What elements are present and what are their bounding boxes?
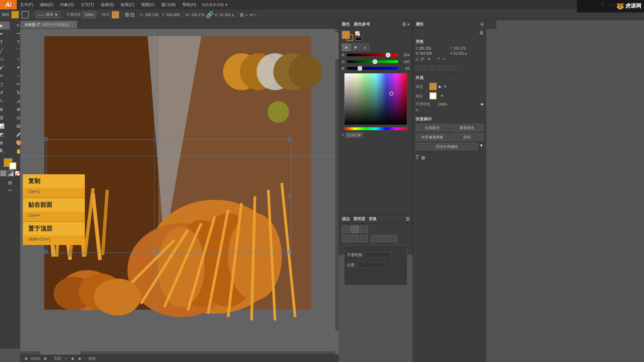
panel-close-btn[interactable]: × xyxy=(407,22,410,27)
arc-tool[interactable]: ⌒ xyxy=(10,47,27,55)
b-slider-thumb[interactable] xyxy=(358,66,362,71)
blend-tool[interactable]: ⊗ xyxy=(0,139,10,147)
fill-arrow[interactable]: ▶ xyxy=(439,84,441,89)
trans-panel-menu[interactable]: ☰ xyxy=(406,217,410,222)
black-swatch[interactable] xyxy=(355,37,362,41)
position-bar[interactable] xyxy=(358,262,384,267)
color-btn[interactable] xyxy=(0,170,6,176)
align-bottom-icon[interactable]: ⬛ xyxy=(451,65,457,71)
align-center-h-icon[interactable]: ⬛ xyxy=(423,65,428,71)
text-tool[interactable]: T xyxy=(0,38,10,46)
hue-slider[interactable] xyxy=(344,127,407,130)
transform-btn[interactable]: ⊞ xyxy=(125,11,129,18)
pen-tool[interactable]: ✒ xyxy=(0,30,10,38)
x-value[interactable]: 285.239 xyxy=(145,13,159,17)
zoom-in-btn[interactable]: ▶ xyxy=(43,356,48,361)
join-btn1[interactable] xyxy=(371,235,379,242)
tab-close-btn[interactable]: × xyxy=(71,23,73,26)
gradient-tool[interactable]: ◩ xyxy=(0,130,10,138)
cap-btn3[interactable] xyxy=(360,235,368,242)
touch-text-tool[interactable]: T xyxy=(10,38,27,46)
free-transform-tool[interactable]: ⊞ xyxy=(0,114,10,122)
shear-value[interactable]: × xyxy=(442,57,444,61)
r-slider-track[interactable] xyxy=(347,54,398,56)
align-vert-btn[interactable]: ↔ xyxy=(245,12,249,17)
direct-select-tool[interactable]: ↖ xyxy=(10,21,27,29)
settings-icon[interactable]: ⚙ xyxy=(479,30,484,36)
fill-expand[interactable]: ▼ xyxy=(443,84,447,88)
zoom-tool[interactable]: 🔍 xyxy=(0,147,10,155)
align-center-v-icon[interactable]: ⬛ xyxy=(444,65,449,71)
scrollbar-thumb-h[interactable] xyxy=(40,351,80,355)
scissors-tool[interactable]: ✂ xyxy=(10,80,27,88)
align-btn[interactable]: ⊟ xyxy=(130,11,135,18)
menu-text[interactable]: 文字(T) xyxy=(77,0,97,9)
menu-help[interactable]: 帮助(H) xyxy=(179,0,200,9)
angle-dropdown[interactable]: ▼ xyxy=(427,57,431,61)
page-next-btn[interactable]: ▶ xyxy=(77,356,83,361)
artboard-btn[interactable]: ⊞ xyxy=(2,179,18,187)
stroke-style-dropdown[interactable]: —— 基本 ▼ xyxy=(35,11,60,18)
eyedropper-tool[interactable]: 💉 xyxy=(10,130,27,138)
scrollbar-h[interactable] xyxy=(20,351,335,355)
context-menu-item-bring-front[interactable]: 置于顶层 Shift+Ctrl+] xyxy=(23,222,85,245)
panel-menu-btn[interactable]: ☰ xyxy=(402,22,406,27)
align-pixel-btn[interactable]: 对齐像素网格 xyxy=(416,133,449,141)
align-right-icon[interactable]: ⬛ xyxy=(430,65,435,71)
stroke-expand-prop[interactable]: ▼ xyxy=(440,94,444,98)
none-btn[interactable] xyxy=(15,171,20,176)
page-prev-btn[interactable]: ◀ xyxy=(69,356,75,361)
linear-grad-btn[interactable]: ◩ xyxy=(351,44,360,51)
live-paint-tool[interactable]: 🎨 xyxy=(10,139,27,147)
stroke-color-prop[interactable] xyxy=(429,92,437,100)
curvature-tool[interactable]: 〜 xyxy=(10,30,27,38)
context-menu-item-paste-front[interactable]: 贴在前面 Ctrl+F xyxy=(23,198,85,221)
menu-object[interactable]: 对象(O) xyxy=(57,0,77,9)
stroke-align-btn3[interactable] xyxy=(360,226,368,233)
join-btn3[interactable] xyxy=(389,235,397,242)
scrollbar-v[interactable] xyxy=(335,29,339,330)
menu-edit[interactable]: 编辑(E) xyxy=(37,0,57,9)
full-edit-btn[interactable]: 启动全局编辑 xyxy=(416,143,478,150)
menu-view[interactable]: 视图(V) xyxy=(138,0,158,9)
arrange-btn[interactable]: 排列 xyxy=(450,133,484,141)
text-touch-icon[interactable]: T xyxy=(416,155,419,161)
g-slider-thumb[interactable] xyxy=(373,59,377,64)
rotate-tool[interactable]: ↺ xyxy=(0,88,10,97)
menu-window[interactable]: 窗口(W) xyxy=(158,0,179,9)
style-swatch[interactable] xyxy=(112,11,119,18)
fill-color-prop[interactable] xyxy=(429,83,437,90)
r-slider-thumb[interactable] xyxy=(386,53,390,57)
align-horiz-btn[interactable]: ⊞ xyxy=(240,12,244,17)
stroke-align-btn1[interactable] xyxy=(342,226,350,233)
hand-tool[interactable]: ✋ xyxy=(10,147,27,155)
select-tool[interactable]: ▶ xyxy=(0,21,10,29)
align-left-icon[interactable]: ⬛ xyxy=(416,65,421,71)
column-graph-tool[interactable]: 📊 xyxy=(0,122,10,130)
hex-value[interactable]: CC8C3F xyxy=(345,132,363,138)
link-icon[interactable]: 🔗 xyxy=(206,11,213,18)
y-value[interactable]: 333.826 xyxy=(166,13,180,17)
brush-tool[interactable]: 🖌 xyxy=(0,63,10,71)
align-top-icon[interactable]: ⬛ xyxy=(437,65,442,71)
none-color-btn[interactable] xyxy=(355,31,360,36)
join-btn2[interactable] xyxy=(380,235,388,242)
puppet-warp-tool[interactable]: ⊙ xyxy=(10,114,27,122)
opacity-bar[interactable] xyxy=(365,252,392,257)
menu-file[interactable]: 文件(F) xyxy=(17,0,37,9)
active-tab[interactable]: 未标题-2* 600% (RGB/预览) × xyxy=(20,20,77,28)
solid-color-btn[interactable]: ■ xyxy=(342,44,351,51)
width-tool[interactable]: ⊕ xyxy=(10,105,27,113)
stroke-swatch[interactable] xyxy=(346,34,353,41)
more-tools-btn[interactable]: ••• xyxy=(8,188,12,192)
stroke-align-btn2[interactable] xyxy=(351,226,359,233)
color-spectrum[interactable] xyxy=(344,73,407,125)
cap-btn1[interactable] xyxy=(342,235,350,242)
stroke-box[interactable] xyxy=(9,162,16,170)
context-menu-item-copy[interactable]: 复制 Ctrl+C xyxy=(23,174,85,197)
scale-tool[interactable]: ⤡ xyxy=(0,97,10,105)
eraser-tool[interactable]: ◻ xyxy=(0,80,10,88)
smooth-tool[interactable]: ~ xyxy=(10,72,27,80)
full-edit-expand[interactable]: ▼ xyxy=(479,143,484,150)
gradient-btn[interactable] xyxy=(8,170,14,176)
